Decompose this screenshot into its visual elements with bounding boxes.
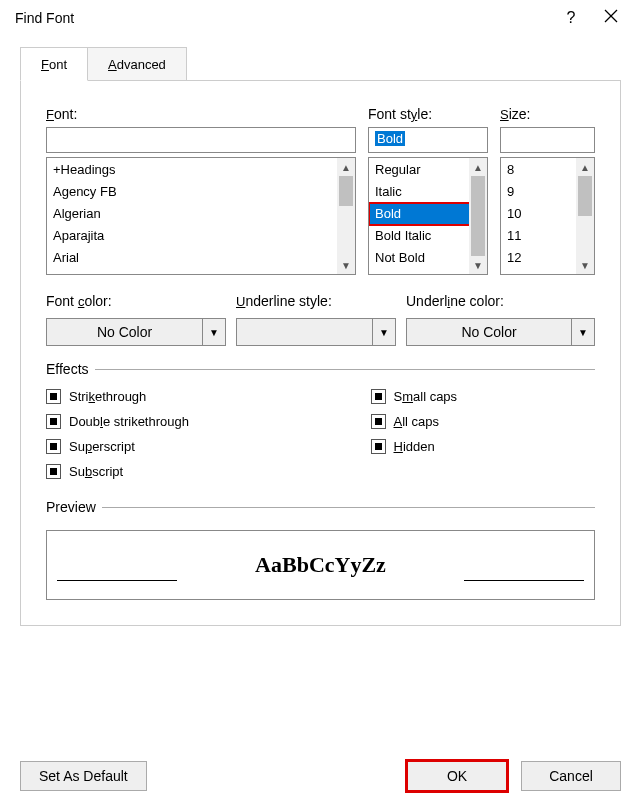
font-color-label: Font color: [46, 293, 226, 309]
list-item[interactable]: +Headings [47, 159, 355, 181]
help-button[interactable]: ? [551, 9, 591, 27]
font-listbox[interactable]: +Headings Agency FB Algerian Aparajita A… [46, 157, 356, 275]
cancel-button[interactable]: Cancel [521, 761, 621, 791]
list-item[interactable]: Aparajita [47, 225, 355, 247]
effects-legend: Effects [46, 361, 95, 377]
scroll-down-icon[interactable]: ▼ [337, 256, 355, 274]
chevron-down-icon[interactable]: ▼ [372, 318, 396, 346]
checkbox-superscript[interactable] [46, 439, 61, 454]
scroll-thumb[interactable] [339, 176, 353, 206]
scrollbar[interactable]: ▲ ▼ [469, 158, 487, 274]
scroll-down-icon[interactable]: ▼ [576, 256, 594, 274]
scroll-up-icon[interactable]: ▲ [337, 158, 355, 176]
preview-text: AaBbCcYyZz [255, 552, 386, 578]
close-button[interactable] [591, 9, 631, 27]
scrollbar[interactable]: ▲ ▼ [337, 158, 355, 274]
close-icon [604, 9, 618, 23]
checkbox-subscript[interactable] [46, 464, 61, 479]
scroll-thumb[interactable] [471, 176, 485, 256]
font-style-listbox[interactable]: Regular Italic Bold Bold Italic Not Bold… [368, 157, 488, 275]
font-label: Font: [46, 106, 356, 122]
preview-rule [464, 580, 584, 581]
dialog-footer: Set As Default OK Cancel [20, 761, 621, 791]
chevron-down-icon[interactable]: ▼ [571, 318, 595, 346]
tab-strip: Font Advanced [20, 46, 641, 80]
effects-group: Effects Strikethrough Double strikethrou… [46, 361, 595, 487]
scrollbar[interactable]: ▲ ▼ [576, 158, 594, 274]
list-item[interactable]: Agency FB [47, 181, 355, 203]
checkbox-double-strikethrough[interactable] [46, 414, 61, 429]
preview-rule [57, 580, 177, 581]
ok-button[interactable]: OK [407, 761, 507, 791]
scroll-down-icon[interactable]: ▼ [469, 256, 487, 274]
size-input[interactable] [500, 127, 595, 153]
checkbox-strikethrough[interactable] [46, 389, 61, 404]
preview-group: Preview AaBbCcYyZz [46, 499, 595, 610]
font-color-dropdown[interactable]: No Color ▼ [46, 318, 226, 346]
scroll-up-icon[interactable]: ▲ [576, 158, 594, 176]
underline-style-dropdown[interactable]: ▼ [236, 318, 396, 346]
set-as-default-button[interactable]: Set As Default [20, 761, 147, 791]
scroll-up-icon[interactable]: ▲ [469, 158, 487, 176]
preview-legend: Preview [46, 499, 102, 515]
size-label: Size: [500, 106, 595, 122]
titlebar: Find Font ? [0, 0, 641, 36]
underline-color-label: Underline color: [406, 293, 595, 309]
checkbox-hidden[interactable] [371, 439, 386, 454]
tab-font[interactable]: Font [20, 47, 88, 81]
preview-box: AaBbCcYyZz [46, 530, 595, 600]
window-title: Find Font [10, 10, 551, 26]
font-panel: Font: +Headings Agency FB Algerian Apara… [20, 80, 621, 626]
list-item[interactable]: Algerian [47, 203, 355, 225]
checkbox-small-caps[interactable] [371, 389, 386, 404]
font-input[interactable] [46, 127, 356, 153]
size-listbox[interactable]: 8 9 10 11 12 ▲ ▼ [500, 157, 595, 275]
list-item[interactable]: Arial [47, 247, 355, 269]
tab-advanced[interactable]: Advanced [88, 47, 187, 81]
underline-color-dropdown[interactable]: No Color ▼ [406, 318, 595, 346]
checkbox-all-caps[interactable] [371, 414, 386, 429]
font-style-input[interactable]: Bold [368, 127, 488, 153]
underline-style-label: Underline style: [236, 293, 396, 309]
scroll-thumb[interactable] [578, 176, 592, 216]
font-style-label: Font style: [368, 106, 488, 122]
chevron-down-icon[interactable]: ▼ [202, 318, 226, 346]
